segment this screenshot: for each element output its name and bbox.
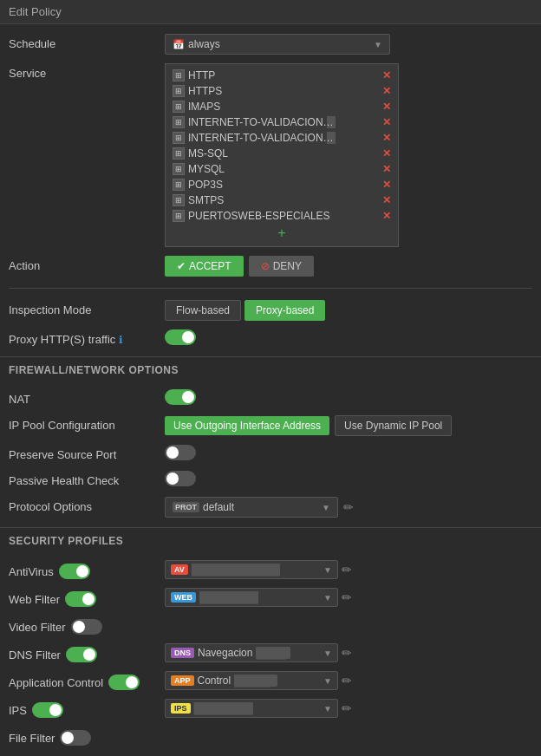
proxy-traffic-toggle[interactable] bbox=[165, 329, 196, 345]
ip-pool-row: IP Pool Configuration Use Outgoing Inter… bbox=[9, 411, 532, 440]
web-filter-chevron: ▼ bbox=[323, 593, 332, 603]
preserve-source-port-control bbox=[165, 445, 532, 460]
nat-control bbox=[165, 389, 532, 405]
deny-icon: ⊘ bbox=[261, 260, 270, 272]
application-control-edit-icon[interactable]: ✏ bbox=[342, 674, 352, 688]
service-item-icon: ⊞ bbox=[173, 147, 185, 160]
use-dynamic-ip-pool-button[interactable]: Use Dynamic IP Pool bbox=[335, 415, 452, 436]
service-item-icon: ⊞ bbox=[173, 179, 185, 191]
deny-button[interactable]: ⊘ DENY bbox=[249, 256, 314, 277]
ips-edit-icon[interactable]: ✏ bbox=[342, 701, 352, 715]
list-item: ⊞PUERTOSWEB-ESPECIALES ✕ bbox=[169, 208, 394, 224]
protocol-container: PROT default ▼ ✏ bbox=[165, 497, 354, 518]
dns-filter-edit-icon[interactable]: ✏ bbox=[342, 646, 352, 660]
use-outgoing-interface-button[interactable]: Use Outgoing Interface Address bbox=[165, 416, 329, 435]
web-filter-control: WEB ████████ ▼ ✏ bbox=[165, 588, 532, 607]
nat-toggle[interactable] bbox=[165, 389, 196, 405]
remove-mysql-button[interactable]: ✕ bbox=[382, 163, 391, 175]
action-control: ✔ ACCEPT ⊘ DENY bbox=[165, 256, 532, 277]
schedule-control: 📅 always ▼ bbox=[165, 34, 532, 55]
application-control-chevron: ▼ bbox=[323, 676, 332, 686]
ips-control: IPS ████████ ▼ ✏ bbox=[165, 699, 532, 718]
file-filter-toggle[interactable] bbox=[60, 730, 91, 746]
protocol-edit-icon[interactable]: ✏ bbox=[343, 500, 354, 514]
remove-mssql-button[interactable]: ✕ bbox=[382, 147, 391, 160]
service-item-icon: ⊞ bbox=[173, 194, 185, 206]
application-control-row: Application Control APP Control █████ ▼ … bbox=[9, 667, 532, 694]
service-item-icon: ⊞ bbox=[173, 210, 185, 222]
dns-filter-select[interactable]: DNS Navegacion ████ ▼ bbox=[165, 643, 338, 662]
antivirus-label: AntiVirus bbox=[9, 560, 165, 579]
proxy-based-button[interactable]: Proxy-based bbox=[244, 300, 325, 321]
flow-based-button[interactable]: Flow-based bbox=[165, 300, 241, 321]
ips-row: IPS IPS ████████ ▼ ✏ bbox=[9, 694, 532, 722]
antivirus-toggle[interactable] bbox=[59, 564, 90, 579]
panel-title: Edit Policy bbox=[0, 0, 541, 24]
proxy-traffic-label: Proxy HTTP(S) traffic ℹ bbox=[9, 329, 165, 346]
preserve-source-port-row: Preserve Source Port bbox=[9, 440, 532, 466]
info-icon[interactable]: ℹ bbox=[119, 334, 123, 346]
protocol-options-control: PROT default ▼ ✏ bbox=[165, 497, 532, 518]
list-item: ⊞MS-SQL ✕ bbox=[169, 146, 394, 161]
list-item: ⊞MYSQL ✕ bbox=[169, 161, 394, 177]
accept-button[interactable]: ✔ ACCEPT bbox=[165, 256, 244, 277]
web-filter-select[interactable]: WEB ████████ ▼ bbox=[165, 588, 338, 607]
inspection-mode-label: Inspection Mode bbox=[9, 300, 165, 316]
dns-filter-row: DNS Filter DNS Navegacion ████ ▼ ✏ bbox=[9, 639, 532, 667]
add-service-button[interactable]: + bbox=[169, 224, 394, 243]
remove-imaps-button[interactable]: ✕ bbox=[382, 101, 391, 113]
web-filter-label: Web Filter bbox=[9, 588, 165, 607]
remove-puertosweb-button[interactable]: ✕ bbox=[382, 210, 391, 222]
inspection-mode-row: Inspection Mode Flow-based Proxy-based bbox=[9, 296, 532, 325]
dns-filter-chevron: ▼ bbox=[323, 648, 332, 658]
firewall-section-header: Firewall/Network Options bbox=[0, 357, 541, 380]
dns-badge: DNS bbox=[171, 648, 194, 658]
passive-health-check-label: Passive Health Check bbox=[9, 471, 165, 487]
protocol-chevron: ▼ bbox=[322, 503, 330, 512]
application-control-select[interactable]: APP Control █████ ▼ bbox=[165, 671, 338, 690]
checkmark-icon: ✔ bbox=[177, 260, 186, 272]
application-control-control: APP Control █████ ▼ ✏ bbox=[165, 671, 532, 690]
video-filter-toggle[interactable] bbox=[71, 619, 102, 635]
preserve-source-port-label: Preserve Source Port bbox=[9, 445, 165, 461]
remove-internet1-button[interactable]: ✕ bbox=[382, 116, 391, 128]
antivirus-select[interactable]: AV ████████████ ▼ bbox=[165, 560, 338, 579]
web-filter-toggle[interactable] bbox=[65, 591, 96, 607]
ips-toggle[interactable] bbox=[32, 702, 63, 718]
prot-badge: PROT bbox=[173, 502, 199, 512]
service-item-icon: ⊞ bbox=[173, 69, 185, 81]
schedule-icon: 📅 bbox=[173, 39, 185, 50]
remove-smtps-button[interactable]: ✕ bbox=[382, 194, 391, 206]
dns-filter-toggle[interactable] bbox=[66, 647, 97, 662]
service-item-icon: ⊞ bbox=[173, 116, 185, 128]
list-item: ⊞SMTPS ✕ bbox=[169, 192, 394, 208]
list-item: ⊞POP3S ✕ bbox=[169, 177, 394, 192]
antivirus-control: AV ████████████ ▼ ✏ bbox=[165, 560, 532, 579]
passive-health-check-toggle[interactable] bbox=[165, 471, 196, 486]
schedule-select[interactable]: 📅 always ▼ bbox=[165, 34, 390, 55]
application-control-toggle[interactable] bbox=[108, 675, 140, 690]
remove-pop3s-button[interactable]: ✕ bbox=[382, 179, 391, 191]
antivirus-edit-icon[interactable]: ✏ bbox=[342, 563, 352, 577]
preserve-source-port-toggle[interactable] bbox=[165, 445, 196, 460]
ip-pool-label: IP Pool Configuration bbox=[9, 415, 165, 432]
list-item: ⊞INTERNET-TO-VALIDACION-██ ✕ bbox=[169, 114, 394, 130]
file-filter-label: File Filter bbox=[9, 727, 165, 746]
ips-select[interactable]: IPS ████████ ▼ bbox=[165, 699, 338, 718]
ip-pool-control: Use Outgoing Interface Address Use Dynam… bbox=[165, 415, 532, 436]
list-item: ⊞IMAPS ✕ bbox=[169, 99, 394, 114]
ips-chevron: ▼ bbox=[323, 704, 332, 714]
remove-https-button[interactable]: ✕ bbox=[382, 85, 391, 97]
application-control-label: Application Control bbox=[9, 671, 165, 690]
protocol-select[interactable]: PROT default ▼ bbox=[165, 497, 338, 518]
av-badge: AV bbox=[171, 564, 188, 575]
video-filter-label: Video Filter bbox=[9, 616, 165, 635]
service-item-icon: ⊞ bbox=[173, 132, 185, 144]
remove-http-button[interactable]: ✕ bbox=[382, 69, 391, 81]
remove-internet2-button[interactable]: ✕ bbox=[382, 132, 391, 144]
schedule-label: Schedule bbox=[9, 34, 165, 50]
dns-filter-label: DNS Filter bbox=[9, 643, 165, 662]
schedule-chevron: ▼ bbox=[374, 40, 382, 49]
passive-health-check-control bbox=[165, 471, 532, 486]
web-filter-edit-icon[interactable]: ✏ bbox=[342, 590, 352, 604]
